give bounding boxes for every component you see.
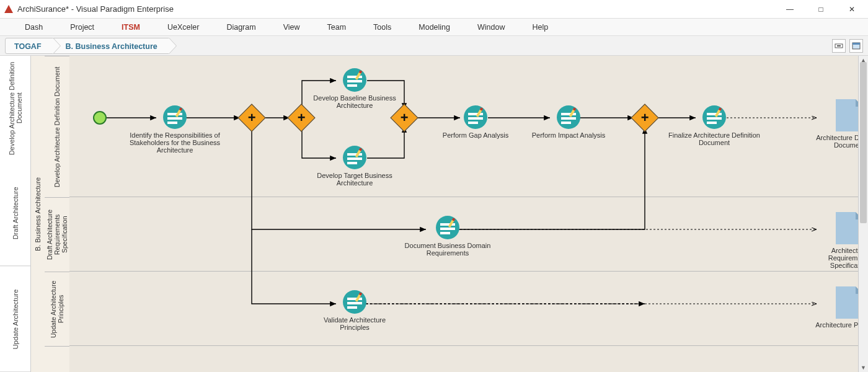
lane-header-update[interactable]: Update Architecture Principles: [45, 272, 69, 346]
scroll-thumb[interactable]: [860, 62, 867, 223]
menu-help[interactable]: Help: [518, 19, 562, 35]
outline-draft[interactable]: Draft Architecture: [0, 161, 30, 266]
svg-rect-4: [852, 43, 860, 45]
task-label: Validate Architecture Principles: [308, 316, 401, 331]
menu-project[interactable]: Project: [56, 19, 108, 35]
svg-marker-0: [4, 5, 13, 13]
menu-team[interactable]: Team: [314, 19, 360, 35]
gateway-g1[interactable]: +: [242, 108, 262, 128]
scroll-down-icon[interactable]: ▼: [859, 363, 868, 372]
menu-modeling[interactable]: Modeling: [405, 19, 464, 35]
close-icon: ✕: [849, 5, 855, 14]
minimize-icon: —: [786, 5, 794, 14]
menu-tools[interactable]: Tools: [360, 19, 405, 35]
menu-diagram[interactable]: Diagram: [213, 19, 269, 35]
task-label: Develop Target Business Architecture: [308, 172, 401, 187]
maximize-button[interactable]: □: [812, 3, 830, 16]
outline-develop[interactable]: Develop Architecture Definition Document: [0, 56, 30, 161]
task-label: Develop Baseline Business Architecture: [308, 94, 401, 109]
task-label: Finalize Architecture Definition Documen…: [668, 131, 761, 146]
svg-rect-2: [837, 45, 841, 46]
task-develop-target[interactable]: Develop Target Business Architecture: [308, 146, 401, 187]
task-label: Perform Impact Analysis: [522, 131, 615, 139]
outline-update[interactable]: Update Architecture: [0, 267, 30, 372]
breadcrumb-item-business-architecture[interactable]: B. Business Architecture: [53, 38, 169, 54]
outline-column: Develop Architecture Definition Document…: [0, 56, 31, 372]
gateway-g4[interactable]: +: [635, 108, 655, 128]
menu-bar: Dash Project ITSM UeXceler Diagram View …: [0, 19, 868, 36]
lane-header-draft[interactable]: Draft Architecture Requirements Specific…: [45, 197, 69, 272]
vertical-scrollbar[interactable]: ▲ ▼: [858, 56, 868, 372]
window-title: ArchiSurance* - Visual Paradigm Enterpri…: [17, 4, 781, 14]
title-bar: ArchiSurance* - Visual Paradigm Enterpri…: [0, 0, 868, 19]
task-label: Perform Gap Analysis: [432, 131, 519, 139]
window-controls: — □ ✕: [781, 3, 864, 16]
task-validate-principles[interactable]: Validate Architecture Principles: [308, 290, 401, 331]
breadcrumb-bar: TOGAF B. Business Architecture: [0, 36, 868, 56]
minimize-button[interactable]: —: [781, 3, 799, 16]
diagram-canvas[interactable]: Identify the Responsibilities of Stakeho…: [69, 56, 858, 372]
app-logo-icon: [4, 4, 14, 14]
task-document-requirements[interactable]: Document Business Domain Requirements: [398, 216, 497, 257]
menu-window[interactable]: Window: [464, 19, 518, 35]
menu-itsm[interactable]: ITSM: [108, 19, 154, 35]
data-object-principles[interactable]: Architecture Principles: [812, 286, 858, 329]
task-label: Identify the Responsibilities of Stakeho…: [128, 131, 221, 154]
menu-dash[interactable]: Dash: [11, 19, 56, 35]
task-identify-stakeholders[interactable]: Identify the Responsibilities of Stakeho…: [122, 105, 228, 154]
lane-update: [69, 272, 858, 346]
lane-headers: Develop Architecture Definition Document…: [45, 56, 69, 372]
breadcrumb: TOGAF B. Business Architecture: [5, 38, 169, 54]
task-gap-analysis[interactable]: Perform Gap Analysis: [432, 105, 519, 139]
lane-header-empty: [45, 346, 69, 372]
data-object-definition-document[interactable]: Architecture Definition Document: [812, 99, 858, 149]
task-develop-baseline[interactable]: Develop Baseline Business Architecture: [308, 68, 401, 109]
task-finalize-definition[interactable]: Finalize Architecture Definition Documen…: [668, 105, 761, 146]
gateway-g2[interactable]: +: [291, 108, 311, 128]
start-event[interactable]: [93, 111, 107, 125]
data-object-requirements-spec[interactable]: Architecture Requirements Specification: [812, 212, 858, 269]
toolbar-fit-icon[interactable]: [832, 39, 846, 53]
pool-header[interactable]: B. Business Architecture: [31, 56, 45, 372]
toolbar-panel-icon[interactable]: [849, 39, 863, 53]
close-button[interactable]: ✕: [843, 3, 861, 16]
lane-header-develop[interactable]: Develop Architecture Definition Document: [45, 56, 69, 197]
breadcrumb-item-togaf[interactable]: TOGAF: [5, 38, 53, 54]
task-label: Document Business Domain Requirements: [401, 242, 494, 257]
menu-view[interactable]: View: [270, 19, 314, 35]
gateway-g3[interactable]: +: [394, 108, 414, 128]
task-impact-analysis[interactable]: Perform Impact Analysis: [522, 105, 615, 139]
menu-uexceler[interactable]: UeXceler: [154, 19, 213, 35]
workspace: Develop Architecture Definition Document…: [0, 56, 868, 372]
maximize-icon: □: [818, 5, 823, 14]
